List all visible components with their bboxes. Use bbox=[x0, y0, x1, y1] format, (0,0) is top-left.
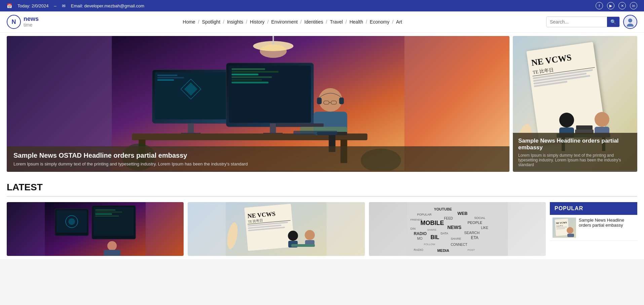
svg-rect-31 bbox=[339, 98, 344, 104]
nav-history[interactable]: History bbox=[249, 18, 266, 26]
hero-main-title: Sample News OSTAD Headline orders partia… bbox=[13, 152, 503, 159]
nav-identities[interactable]: Identities bbox=[303, 18, 325, 26]
svg-point-54 bbox=[559, 113, 574, 127]
logo[interactable]: N news time bbox=[7, 15, 39, 29]
hero-side-excerpt: Lorem Ipsum is simply dummy text of the … bbox=[518, 153, 632, 167]
latest-title: LATEST bbox=[7, 182, 637, 197]
svg-point-56 bbox=[595, 112, 609, 127]
latest-card-newspaper[interactable]: NE VCWS TE 比年日 bbox=[188, 202, 365, 256]
latest-card-tech[interactable] bbox=[7, 202, 184, 256]
facebook-icon[interactable]: f bbox=[596, 2, 603, 9]
email-text: Email: developer.mezbah@gmail.com bbox=[71, 3, 144, 8]
svg-text:SHARE: SHARE bbox=[427, 228, 437, 231]
hero-side-caption: Sample News Headline orders partial emba… bbox=[513, 133, 637, 172]
svg-rect-120 bbox=[567, 234, 574, 237]
svg-rect-70 bbox=[95, 214, 112, 215]
svg-point-1 bbox=[627, 24, 634, 27]
mail-icon: ✉ bbox=[62, 3, 66, 8]
popular-thumb: NE VCWS TE 比年日 bbox=[553, 218, 576, 238]
logo-letter: N bbox=[12, 18, 16, 26]
popular-header: POPULAR bbox=[550, 202, 637, 215]
search-box: 🔍 bbox=[546, 16, 620, 27]
nav-home[interactable]: Home bbox=[181, 18, 196, 26]
svg-rect-12 bbox=[157, 79, 174, 81]
card-wordcloud-svg: YOUTUBE POPULAR WEB FRIENDS FEED SOCIAL … bbox=[369, 202, 546, 256]
svg-text:SOCIAL: SOCIAL bbox=[474, 216, 485, 220]
svg-text:POPULAR: POPULAR bbox=[417, 213, 432, 216]
top-bar-info: 📅 Today: 2/0/2024 – ✉ Email: developer.m… bbox=[7, 3, 144, 8]
top-bar: 📅 Today: 2/0/2024 – ✉ Email: developer.m… bbox=[0, 0, 644, 11]
hero-main-excerpt: Lorem Ipsum is simply dummy text of the … bbox=[13, 161, 503, 166]
svg-text:CONNECT: CONNECT bbox=[451, 243, 467, 246]
nav-travel[interactable]: Travel bbox=[329, 18, 344, 26]
logo-circle: N bbox=[7, 15, 21, 29]
svg-text:RADIO: RADIO bbox=[414, 231, 427, 236]
popular-sidebar: POPULAR NE VCWS TE 比年日 bbox=[550, 202, 637, 256]
card-tech-svg bbox=[7, 202, 184, 256]
svg-point-82 bbox=[288, 231, 298, 241]
svg-rect-21 bbox=[232, 79, 262, 81]
youtube-icon[interactable]: ▶ bbox=[607, 2, 614, 9]
svg-rect-68 bbox=[95, 209, 115, 211]
hero-main-caption: Sample News OSTAD Headline orders partia… bbox=[7, 146, 509, 172]
header: N news time Home / Spotlight / Insights … bbox=[0, 11, 644, 33]
svg-text:MEDIA: MEDIA bbox=[437, 249, 449, 253]
svg-rect-86 bbox=[291, 244, 315, 247]
svg-text:ETA: ETA bbox=[471, 235, 478, 240]
svg-rect-30 bbox=[317, 98, 322, 104]
svg-text:SEARCH: SEARCH bbox=[464, 231, 480, 235]
svg-rect-13 bbox=[188, 123, 194, 134]
calendar-icon: 📅 bbox=[7, 3, 12, 8]
nav-insights[interactable]: Insights bbox=[226, 18, 244, 26]
latest-grid: NE VCWS TE 比年日 bbox=[7, 202, 637, 256]
svg-rect-59 bbox=[576, 125, 593, 129]
svg-text:MOBILE: MOBILE bbox=[420, 220, 444, 226]
popular-item[interactable]: NE VCWS TE 比年日 Sample News Headline orde… bbox=[550, 215, 637, 241]
card-tech-image bbox=[7, 202, 184, 256]
hero-main[interactable]: Sample News OSTAD Headline orders partia… bbox=[7, 36, 509, 172]
user-icon bbox=[626, 17, 635, 27]
svg-rect-71 bbox=[95, 216, 119, 217]
twitter-icon[interactable]: ✕ bbox=[618, 2, 626, 9]
main-nav: Home / Spotlight / Insights / History / … bbox=[181, 18, 403, 26]
svg-rect-23 bbox=[270, 123, 276, 134]
svg-text:SHARE: SHARE bbox=[451, 237, 461, 240]
latest-section: LATEST bbox=[0, 175, 644, 259]
nav-spotlight[interactable]: Spotlight bbox=[201, 18, 222, 26]
svg-point-65 bbox=[68, 218, 75, 225]
svg-rect-41 bbox=[294, 131, 337, 135]
separator: – bbox=[54, 3, 56, 8]
svg-text:BIL: BIL bbox=[430, 234, 439, 240]
avatar[interactable] bbox=[623, 15, 637, 29]
linkedin-icon[interactable]: in bbox=[630, 2, 637, 9]
svg-text:DATA: DATA bbox=[441, 232, 448, 235]
svg-text:NEWS: NEWS bbox=[447, 225, 461, 230]
hero-section: Sample News OSTAD Headline orders partia… bbox=[0, 33, 644, 175]
svg-text:MO: MO bbox=[417, 237, 422, 240]
svg-point-72 bbox=[107, 241, 117, 251]
search-input[interactable] bbox=[546, 17, 607, 27]
svg-rect-36 bbox=[277, 123, 324, 127]
svg-text:POST: POST bbox=[467, 249, 475, 252]
nav-economy[interactable]: Economy bbox=[369, 18, 391, 26]
svg-rect-17 bbox=[232, 68, 265, 70]
logo-time: time bbox=[24, 23, 39, 28]
popular-thumb-svg: NE VCWS TE 比年日 bbox=[553, 218, 576, 238]
svg-rect-67 bbox=[93, 207, 134, 236]
search-button[interactable]: 🔍 bbox=[607, 17, 619, 27]
svg-rect-73 bbox=[104, 250, 120, 256]
date-text: Today: 2/0/2024 bbox=[17, 3, 49, 8]
card-news-image: NE VCWS TE 比年日 bbox=[188, 202, 365, 256]
svg-rect-22 bbox=[232, 82, 269, 83]
svg-text:WEB: WEB bbox=[457, 211, 467, 216]
nav-environment[interactable]: Environment bbox=[270, 18, 299, 26]
svg-point-5 bbox=[260, 44, 287, 58]
svg-point-0 bbox=[628, 18, 632, 23]
svg-text:PEOPLE: PEOPLE bbox=[467, 221, 482, 225]
nav-health[interactable]: Health bbox=[348, 18, 364, 26]
hero-side[interactable]: NE VCWS TE 比年日 bbox=[513, 36, 637, 172]
svg-rect-69 bbox=[95, 212, 122, 213]
svg-rect-20 bbox=[232, 76, 272, 78]
nav-art[interactable]: Art bbox=[395, 18, 404, 26]
latest-card-wordcloud[interactable]: YOUTUBE POPULAR WEB FRIENDS FEED SOCIAL … bbox=[369, 202, 546, 256]
